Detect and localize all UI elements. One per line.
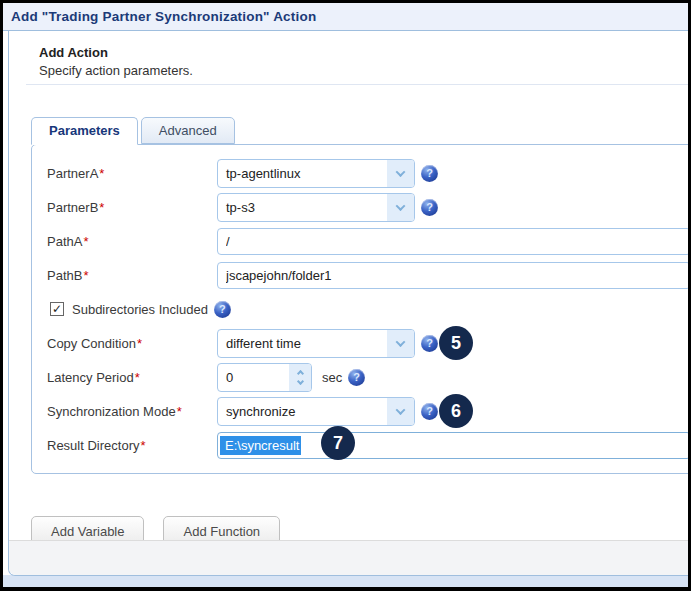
dialog-title: Add "Trading Partner Synchronization" Ac… xyxy=(11,9,316,24)
latency-period-stepper[interactable]: 0 xyxy=(217,363,312,392)
step-badge-6: 6 xyxy=(439,394,473,428)
latency-period-value: 0 xyxy=(218,370,233,385)
result-directory-selected-text: E:\syncresult xyxy=(220,436,301,455)
sync-mode-label: Synchronization Mode* xyxy=(47,404,217,419)
panel-header: Add Action Specify action parameters. xyxy=(9,31,691,78)
latency-period-row: Latency Period* 0 sec ? xyxy=(47,362,691,392)
subdirectories-checkbox[interactable]: ✓ xyxy=(50,302,64,316)
partner-b-select[interactable]: tp-s3 xyxy=(217,193,415,222)
required-mark: * xyxy=(177,404,182,419)
help-icon[interactable]: ? xyxy=(421,165,438,182)
path-b-row: PathB* xyxy=(47,260,691,290)
tab-bar: Parameters Advanced xyxy=(31,117,691,144)
add-action-panel: Add Action Specify action parameters. Pa… xyxy=(8,31,691,576)
dialog-titlebar: Add "Trading Partner Synchronization" Ac… xyxy=(3,3,688,31)
partner-a-select[interactable]: tp-agentlinux xyxy=(217,159,415,188)
required-mark: * xyxy=(83,268,88,283)
tab-parameters[interactable]: Parameters xyxy=(31,117,138,145)
copy-condition-row: Copy Condition* different time ? 5 xyxy=(47,328,691,358)
path-a-input[interactable] xyxy=(217,228,691,255)
panel-heading: Add Action xyxy=(39,45,691,60)
copy-condition-select[interactable]: different time xyxy=(217,329,415,358)
path-b-input[interactable] xyxy=(217,262,691,289)
panel-footer xyxy=(9,540,691,575)
latency-unit-label: sec xyxy=(322,370,342,385)
chevron-down-icon[interactable] xyxy=(387,330,414,357)
sync-mode-select[interactable]: synchronize xyxy=(217,397,415,426)
partner-a-value: tp-agentlinux xyxy=(218,166,300,181)
partner-a-row: PartnerA* tp-agentlinux ? xyxy=(47,158,691,188)
check-icon: ✓ xyxy=(52,303,62,315)
result-directory-row: Result Directory* E:\syncresult 7 xyxy=(47,430,691,460)
parameters-tab-panel: PartnerA* tp-agentlinux ? PartnerB* tp-s… xyxy=(31,144,691,474)
step-badge-5: 5 xyxy=(439,326,473,360)
copy-condition-value: different time xyxy=(218,336,301,351)
help-icon[interactable]: ? xyxy=(421,335,438,352)
sync-mode-row: Synchronization Mode* synchronize ? 6 xyxy=(47,396,691,426)
help-icon[interactable]: ? xyxy=(348,369,365,386)
path-a-row: PathA* xyxy=(47,226,691,256)
required-mark: * xyxy=(99,166,104,181)
chevron-down-icon[interactable] xyxy=(296,377,303,384)
chevron-up-icon[interactable] xyxy=(296,369,303,376)
chevron-down-icon[interactable] xyxy=(387,160,414,187)
path-b-label: PathB* xyxy=(47,268,217,283)
chevron-down-icon[interactable] xyxy=(387,398,414,425)
latency-period-label: Latency Period* xyxy=(47,370,217,385)
result-directory-label: Result Directory* xyxy=(47,438,217,453)
help-icon[interactable]: ? xyxy=(214,301,231,318)
header-divider xyxy=(26,84,691,85)
help-icon[interactable]: ? xyxy=(421,403,438,420)
tab-advanced[interactable]: Advanced xyxy=(141,117,235,144)
panel-subheading: Specify action parameters. xyxy=(39,63,691,78)
copy-condition-label: Copy Condition* xyxy=(47,336,217,351)
step-badge-7: 7 xyxy=(321,426,355,460)
chevron-down-icon[interactable] xyxy=(387,194,414,221)
required-mark: * xyxy=(99,200,104,215)
partner-a-label: PartnerA* xyxy=(47,166,217,181)
required-mark: * xyxy=(83,234,88,249)
partner-b-label: PartnerB* xyxy=(47,200,217,215)
page-background-strip xyxy=(3,575,688,587)
subdirectories-row: ✓ Subdirectories Included ? xyxy=(50,298,691,320)
subdirectories-label: Subdirectories Included xyxy=(72,302,208,317)
partner-b-value: tp-s3 xyxy=(218,200,255,215)
sync-mode-value: synchronize xyxy=(218,404,295,419)
path-a-label: PathA* xyxy=(47,234,217,249)
result-directory-input[interactable]: E:\syncresult xyxy=(217,432,691,459)
required-mark: * xyxy=(140,438,145,453)
partner-b-row: PartnerB* tp-s3 ? xyxy=(47,192,691,222)
stepper-buttons[interactable] xyxy=(289,364,311,391)
required-mark: * xyxy=(135,370,140,385)
help-icon[interactable]: ? xyxy=(421,199,438,216)
required-mark: * xyxy=(137,336,142,351)
